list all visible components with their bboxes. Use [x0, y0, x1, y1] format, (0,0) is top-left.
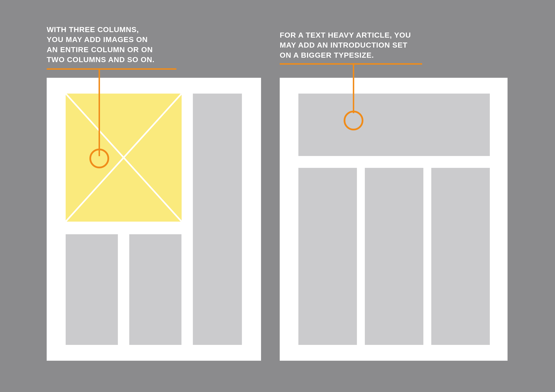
- text-column: [193, 93, 242, 345]
- callout-rule-icon: [47, 68, 176, 70]
- text-column: [298, 168, 357, 345]
- image-placeholder: [66, 93, 182, 222]
- caption-left: With three columns, you may add images o…: [47, 24, 176, 65]
- caption-right: For a text heavy article, you may add an…: [280, 30, 422, 60]
- text-column: [129, 234, 182, 345]
- text-column: [431, 168, 490, 345]
- callout-rule-icon: [280, 63, 422, 65]
- image-placeholder-cross-icon: [66, 93, 182, 222]
- layout-example-three-column-with-intro: [280, 78, 508, 361]
- layout-example-three-column-with-image: [47, 78, 261, 361]
- intro-block: [298, 93, 490, 156]
- text-column: [66, 234, 118, 345]
- text-column: [365, 168, 423, 345]
